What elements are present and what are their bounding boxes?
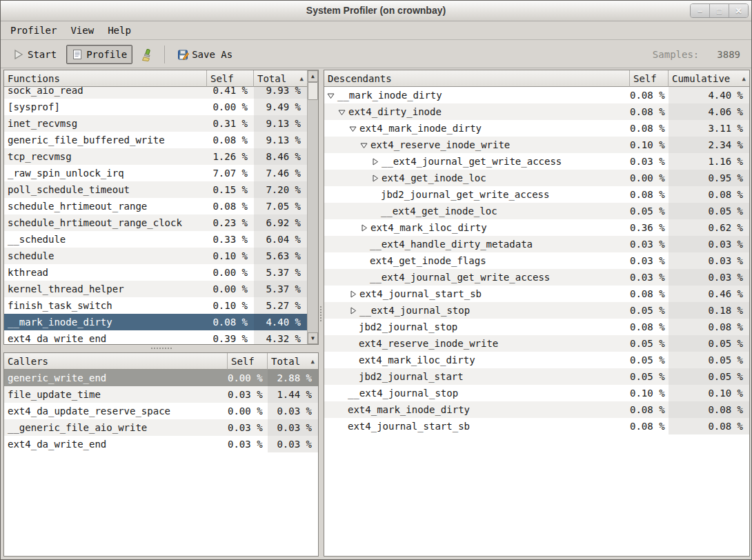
expander-closed-icon[interactable] — [371, 170, 382, 186]
expander-closed-icon[interactable] — [349, 286, 359, 302]
tree-row[interactable]: ext4_reserve_inode_write0.10 %2.34 % — [324, 137, 749, 153]
self-column-header[interactable]: Self — [207, 70, 254, 87]
functions-panel: Functions Self Total ▲ sock_aio_read0.41… — [3, 70, 319, 345]
scroll-up-icon[interactable]: ▲ — [308, 70, 318, 82]
tree-row[interactable]: ext4_mark_iloc_dirty0.05 %0.05 % — [324, 352, 749, 368]
tree-row[interactable]: ext4_dirty_inode0.08 %4.06 % — [324, 103, 749, 120]
function-name: jbd2_journal_get_write_access — [381, 189, 549, 200]
tree-row[interactable]: __ext4_journal_get_write_access0.03 %0.0… — [324, 269, 749, 286]
tree-row[interactable]: __ext4_journal_get_write_access0.03 %1.1… — [324, 153, 749, 170]
table-row[interactable]: ext4_da_write_end0.39 %4.32 % — [4, 330, 307, 344]
vertical-splitter-handle[interactable] — [319, 68, 324, 555]
horizontal-splitter-handle[interactable] — [3, 345, 319, 352]
menu-view[interactable]: View — [63, 23, 101, 38]
sort-arrow-icon: ▲ — [740, 75, 746, 82]
expander-open-icon[interactable] — [360, 137, 370, 153]
table-row[interactable]: file_update_time0.03 %1.44 % — [4, 386, 318, 403]
tree-row[interactable]: __ext4_journal_stop0.05 %0.18 % — [324, 302, 749, 319]
table-row[interactable]: sock_aio_read0.41 %9.93 % — [4, 87, 307, 99]
minimize-button[interactable]: – — [691, 4, 709, 17]
tree-row[interactable]: ext4_journal_start_sb0.08 %0.46 % — [324, 286, 749, 302]
table-row[interactable]: __schedule0.33 %6.04 % — [4, 231, 307, 248]
table-row[interactable]: tcp_recvmsg1.26 %8.46 % — [4, 148, 307, 165]
profile-toggle-button[interactable]: Profile — [66, 45, 132, 64]
save-floppy-icon — [177, 49, 188, 60]
menu-bar: Profiler View Help — [1, 21, 751, 40]
table-row[interactable]: schedule_hrtimeout_range0.08 %7.05 % — [4, 198, 307, 214]
tree-row[interactable]: jbd2_journal_start0.05 %0.05 % — [324, 368, 749, 385]
table-row[interactable]: inet_recvmsg0.31 %9.13 % — [4, 115, 307, 132]
function-name: ext4_reserve_inode_write — [359, 338, 498, 349]
function-name: ext4_mark_inode_dirty — [359, 123, 482, 134]
callers-rows: generic_write_end0.00 %2.88 %file_update… — [4, 370, 318, 556]
menu-help[interactable]: Help — [101, 23, 138, 38]
tree-row[interactable]: __ext4_handle_dirty_metadata0.03 %0.03 % — [324, 236, 749, 252]
expander-open-icon[interactable] — [338, 103, 348, 120]
total-column-header[interactable]: Total ▲ — [268, 353, 318, 370]
self-column-header[interactable]: Self — [228, 353, 268, 370]
tree-row[interactable]: jbd2_journal_stop0.08 %0.08 % — [324, 319, 749, 335]
function-name: ext4_mark_inode_dirty — [348, 404, 470, 415]
tree-row[interactable]: __mark_inode_dirty0.08 %4.40 % — [324, 87, 749, 103]
expander-closed-icon[interactable] — [360, 219, 370, 236]
tree-row[interactable]: ext4_get_inode_loc0.00 %0.95 % — [324, 170, 749, 186]
expander-closed-icon[interactable] — [371, 153, 382, 170]
functions-scrollbar[interactable]: ▲ ▼ — [307, 70, 318, 344]
samples-label: Samples: — [653, 49, 699, 60]
reset-brush-button[interactable] — [135, 45, 157, 64]
save-as-button[interactable]: Save As — [172, 45, 238, 64]
expander-open-icon[interactable] — [327, 87, 337, 103]
menu-profiler[interactable]: Profiler — [3, 23, 63, 38]
tree-row[interactable]: ext4_mark_inode_dirty0.08 %3.11 % — [324, 120, 749, 137]
table-row[interactable]: schedule0.10 %5.63 % — [4, 248, 307, 264]
function-name: __ext4_handle_dirty_metadata — [370, 239, 533, 250]
callers-column-header[interactable]: Callers — [4, 353, 228, 370]
tree-row[interactable]: ext4_reserve_inode_write0.05 %0.05 % — [324, 335, 749, 352]
table-row[interactable]: ext4_da_update_reserve_space0.00 %0.03 % — [4, 403, 318, 419]
table-row[interactable]: __generic_file_aio_write0.03 %0.03 % — [4, 419, 318, 436]
table-row[interactable]: kernel_thread_helper0.00 %5.37 % — [4, 281, 307, 297]
table-row[interactable]: schedule_hrtimeout_range_clock0.23 %6.92… — [4, 214, 307, 231]
start-button[interactable]: Start — [8, 45, 62, 64]
table-row[interactable]: finish_task_switch0.10 %5.27 % — [4, 297, 307, 314]
profile-document-icon — [72, 49, 83, 60]
table-row[interactable]: generic_write_end0.00 %2.88 % — [4, 370, 318, 386]
callers-header: Callers Self Total ▲ — [4, 353, 318, 370]
scrollbar-thumb[interactable] — [308, 82, 318, 100]
window-title: System Profiler (on crownbay) — [1, 5, 751, 16]
self-column-header[interactable]: Self — [630, 70, 669, 87]
table-row[interactable]: __mark_inode_dirty0.08 %4.40 % — [4, 314, 307, 330]
total-column-header[interactable]: Total ▲ — [254, 70, 307, 87]
tree-row[interactable]: ext4_mark_inode_dirty0.08 %0.08 % — [324, 401, 749, 418]
scroll-down-icon[interactable]: ▼ — [308, 332, 318, 344]
table-row[interactable]: generic_file_buffered_write0.08 %9.13 % — [4, 132, 307, 148]
expander-open-icon[interactable] — [349, 120, 359, 137]
descendants-column-header[interactable]: Descendants — [324, 70, 630, 87]
tree-row[interactable]: jbd2_journal_get_write_access0.08 %0.08 … — [324, 186, 749, 203]
expander-closed-icon[interactable] — [349, 302, 359, 319]
table-row[interactable]: ext4_da_write_end0.03 %0.03 % — [4, 436, 318, 452]
toolbar-separator — [164, 46, 165, 63]
functions-column-header[interactable]: Functions — [4, 70, 207, 87]
maximize-button[interactable]: □ — [709, 4, 729, 17]
table-row[interactable]: kthread0.00 %5.37 % — [4, 264, 307, 281]
tree-row[interactable]: __ext4_get_inode_loc0.05 %0.05 % — [324, 203, 749, 219]
table-row[interactable]: _raw_spin_unlock_irq7.07 %7.46 % — [4, 165, 307, 181]
table-row[interactable]: [sysprof]0.00 %9.49 % — [4, 99, 307, 115]
descendants-header: Descendants Self Cumulative ▲ — [324, 70, 749, 87]
callers-panel: Callers Self Total ▲ generic_write_end0.… — [3, 352, 319, 557]
tree-row[interactable]: ext4_mark_iloc_dirty0.36 %0.62 % — [324, 219, 749, 236]
function-name: ext4_journal_start_sb — [359, 288, 482, 299]
tree-row[interactable]: __ext4_journal_stop0.10 %0.10 % — [324, 385, 749, 401]
samples-value: 3889 — [717, 49, 740, 60]
cumulative-column-header[interactable]: Cumulative ▲ — [669, 70, 749, 87]
function-name: jbd2_journal_start — [359, 371, 464, 382]
window-controls: – □ ✕ — [690, 3, 749, 18]
table-row[interactable]: poll_schedule_timeout0.15 %7.20 % — [4, 181, 307, 198]
sort-arrow-icon: ▲ — [297, 75, 304, 82]
samples-indicator: Samples: 3889 — [653, 49, 744, 60]
tree-row[interactable]: ext4_journal_start_sb0.08 %0.08 % — [324, 418, 749, 434]
title-bar[interactable]: System Profiler (on crownbay) – □ ✕ — [1, 1, 751, 21]
close-button[interactable]: ✕ — [729, 4, 748, 17]
tree-row[interactable]: ext4_get_inode_flags0.03 %0.03 % — [324, 252, 749, 269]
